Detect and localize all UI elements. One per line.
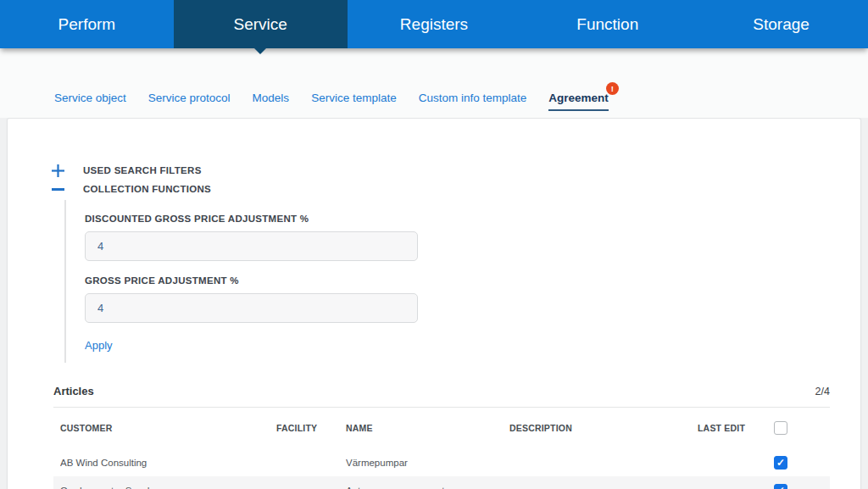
content-card: USED SEARCH FILTERS COLLECTION FUNCTIONS… xyxy=(7,118,861,489)
nav-tab-storage[interactable]: Storage xyxy=(694,0,868,48)
column-header-facility[interactable]: FACILITY xyxy=(276,423,346,433)
subnav-tab-custom-info-template[interactable]: Custom info template xyxy=(419,92,527,104)
column-header-name[interactable]: NAME xyxy=(346,423,509,433)
articles-header: Articles 2/4 xyxy=(53,385,830,397)
cell-customer: AB Wind Consulting xyxy=(60,458,276,468)
subnav-tab-service-template[interactable]: Service template xyxy=(311,92,397,104)
notification-badge: ! xyxy=(606,82,619,95)
subnav-tab-service-protocol[interactable]: Service protocol xyxy=(148,92,231,104)
section-collection-functions[interactable]: COLLECTION FUNCTIONS xyxy=(50,181,860,197)
select-all-checkbox[interactable] xyxy=(774,421,787,435)
filters-section: USED SEARCH FILTERS COLLECTION FUNCTIONS… xyxy=(8,119,860,363)
nav-tab-perform[interactable]: Perform xyxy=(0,0,174,48)
section-label: COLLECTION FUNCTIONS xyxy=(83,184,211,194)
collapse-minus-icon[interactable] xyxy=(50,181,65,197)
column-header-customer[interactable]: CUSTOMER xyxy=(60,423,276,433)
table-header-row: CUSTOMER FACILITY NAME DESCRIPTION LAST … xyxy=(53,408,830,448)
articles-count: 2/4 xyxy=(815,386,830,397)
cell-name: Automower agreement xyxy=(346,486,509,489)
column-header-description[interactable]: DESCRIPTION xyxy=(509,423,698,433)
nav-tab-service[interactable]: Service xyxy=(174,0,348,48)
gross-price-input[interactable] xyxy=(85,293,418,323)
articles-title: Articles xyxy=(53,385,94,397)
subnav-tab-agreement[interactable]: Agreement! xyxy=(548,92,609,111)
articles-table-body: AB Wind ConsultingVärmepumparGarden cent… xyxy=(53,448,830,489)
table-row[interactable]: Garden center SwedenAutomower agreement xyxy=(53,476,830,489)
section-label: USED SEARCH FILTERS xyxy=(83,165,202,175)
collection-functions-content: DISCOUNTED GROSS PRICE ADJUSTMENT % GROS… xyxy=(64,200,437,363)
nav-tab-function[interactable]: Function xyxy=(520,0,694,48)
row-checkbox[interactable] xyxy=(774,456,787,470)
nav-tab-registers[interactable]: Registers xyxy=(348,0,521,48)
row-checkbox[interactable] xyxy=(774,484,787,489)
gross-price-label: GROSS PRICE ADJUSTMENT % xyxy=(85,275,437,286)
table-row[interactable]: AB Wind ConsultingVärmepumpar xyxy=(53,448,830,476)
subnav-tab-models[interactable]: Models xyxy=(253,92,290,104)
expand-plus-icon[interactable] xyxy=(50,163,65,178)
subnav-tab-service-object[interactable]: Service object xyxy=(54,92,126,104)
apply-link[interactable]: Apply xyxy=(85,339,113,352)
column-header-last-edit[interactable]: LAST EDIT xyxy=(698,423,774,433)
cell-customer: Garden center Sweden xyxy=(60,486,276,489)
section-used-search-filters[interactable]: USED SEARCH FILTERS xyxy=(50,163,860,178)
cell-name: Värmepumpar xyxy=(346,458,509,468)
discounted-gross-price-input[interactable] xyxy=(85,231,418,261)
top-nav: PerformServiceRegistersFunctionStorage xyxy=(0,0,868,48)
sub-nav: Service objectService protocolModelsServ… xyxy=(0,48,868,118)
discounted-gross-price-label: DISCOUNTED GROSS PRICE ADJUSTMENT % xyxy=(85,214,437,224)
articles-section: Articles 2/4 CUSTOMER FACILITY NAME DESC… xyxy=(53,385,830,489)
